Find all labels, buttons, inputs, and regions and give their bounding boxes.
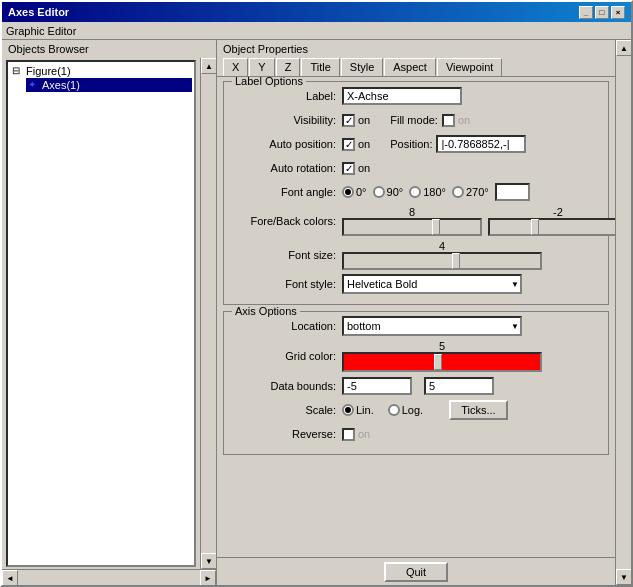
font-style-select-wrapper: Helvetica Bold Helvetica Times Bold Cour… — [342, 274, 522, 294]
scroll-track-v — [201, 74, 216, 553]
props-content: Label Options Label: Visibility: on Fil — [217, 76, 615, 557]
tree-item-figure[interactable]: ⊟ Figure(1) — [10, 64, 192, 78]
tab-aspect[interactable]: Aspect — [384, 58, 436, 76]
ticks-button[interactable]: Ticks... — [449, 400, 507, 420]
back-slider-track[interactable] — [488, 218, 615, 236]
grid-color-slider-track[interactable] — [342, 352, 542, 372]
reverse-row: Reverse: on — [232, 424, 600, 444]
auto-position-checkbox-label[interactable]: on — [342, 138, 370, 151]
tab-x[interactable]: X — [223, 58, 248, 76]
left-scrollbar: ▲ ▼ — [200, 58, 216, 569]
location-select[interactable]: bottom top left right — [342, 316, 522, 336]
auto-rotation-checkbox-label[interactable]: on — [342, 162, 370, 175]
angle-90-radio[interactable] — [373, 186, 385, 198]
auto-rotation-checkbox[interactable] — [342, 162, 355, 175]
auto-rotation-on-text: on — [358, 162, 370, 174]
tab-z[interactable]: Z — [276, 58, 301, 76]
bottom-bar: Quit — [217, 557, 615, 585]
angle-180-radio[interactable] — [409, 186, 421, 198]
data-bounds-row: Data bounds: — [232, 376, 600, 396]
tab-y[interactable]: Y — [249, 58, 274, 76]
fore-slider-container: 8 — [342, 206, 482, 236]
font-size-slider-track[interactable] — [342, 252, 542, 270]
fore-slider-value: 8 — [342, 206, 482, 218]
axis-options-title: Axis Options — [232, 305, 300, 317]
angle-0-radio[interactable] — [342, 186, 354, 198]
angle-180-label[interactable]: 180° — [409, 186, 446, 198]
grid-color-label: Grid color: — [232, 350, 342, 362]
menu-graphic-editor[interactable]: Graphic Editor — [6, 25, 76, 37]
tab-viewpoint[interactable]: Viewpoint — [437, 58, 503, 76]
font-size-row: Font size: 4 — [232, 240, 600, 270]
angle-270-radio[interactable] — [452, 186, 464, 198]
scroll-up-button[interactable]: ▲ — [201, 58, 216, 74]
menu-bar: Graphic Editor — [2, 22, 631, 40]
fill-mode-checkbox-label[interactable]: on — [442, 114, 470, 127]
location-label: Location: — [232, 320, 342, 332]
tree-item-axes[interactable]: ✦ Axes(1) — [26, 78, 192, 92]
fill-mode-label: Fill mode: — [390, 114, 438, 126]
tabs-row: X Y Z Title Style Aspect Viewpoint — [217, 55, 615, 76]
angle-90-label[interactable]: 90° — [373, 186, 404, 198]
fore-slider-track[interactable] — [342, 218, 482, 236]
scroll-left-button[interactable]: ◄ — [2, 570, 18, 585]
figure-label: Figure(1) — [26, 65, 71, 77]
font-angle-row: Font angle: 0° 90° — [232, 182, 600, 202]
minimize-button[interactable]: _ — [579, 6, 593, 19]
quit-button[interactable]: Quit — [384, 562, 448, 582]
scroll-right-button[interactable]: ► — [200, 570, 216, 585]
font-size-value: 4 — [342, 240, 542, 252]
fill-mode-checkbox[interactable] — [442, 114, 455, 127]
axes-label: Axes(1) — [42, 79, 80, 91]
fore-slider-thumb[interactable] — [432, 219, 440, 235]
main-area: Objects Browser ⊟ Figure(1) ✦ Axes(1) ▲ … — [2, 40, 631, 585]
scale-log-label[interactable]: Log. — [388, 404, 423, 416]
fore-back-label: Fore/Back colors: — [232, 215, 342, 227]
grid-color-slider-container: 5 — [342, 340, 542, 372]
object-properties-header: Object Properties — [217, 40, 615, 55]
data-bounds-min-input[interactable] — [342, 377, 412, 395]
fore-back-sliders: 8 -2 — [342, 206, 615, 236]
close-button[interactable]: × — [611, 6, 625, 19]
angle-0-text: 0° — [356, 186, 367, 198]
scroll-down-button[interactable]: ▼ — [201, 553, 216, 569]
scale-lin-radio[interactable] — [342, 404, 354, 416]
grid-color-slider-thumb[interactable] — [434, 354, 442, 370]
scale-lin-label[interactable]: Lin. — [342, 404, 374, 416]
data-bounds-label: Data bounds: — [232, 380, 342, 392]
left-panel: Objects Browser ⊟ Figure(1) ✦ Axes(1) ▲ … — [2, 40, 217, 585]
label-field-label: Label: — [232, 90, 342, 102]
maximize-button[interactable]: □ — [595, 6, 609, 19]
auto-position-checkbox[interactable] — [342, 138, 355, 151]
data-bounds-max-input[interactable] — [424, 377, 494, 395]
angle-180-text: 180° — [423, 186, 446, 198]
position-input[interactable] — [436, 135, 526, 153]
angle-270-text: 270° — [466, 186, 489, 198]
angle-0-label[interactable]: 0° — [342, 186, 367, 198]
visibility-checkbox-label[interactable]: on — [342, 114, 370, 127]
scale-log-radio[interactable] — [388, 404, 400, 416]
font-angle-radio-group: 0° 90° 180° — [342, 183, 530, 201]
tab-style[interactable]: Style — [341, 58, 383, 76]
right-scroll-down-button[interactable]: ▼ — [616, 569, 631, 585]
label-input[interactable] — [342, 87, 462, 105]
tab-title[interactable]: Title — [301, 58, 339, 76]
font-style-label: Font style: — [232, 278, 342, 290]
font-angle-custom-input[interactable] — [495, 183, 530, 201]
reverse-checkbox-label[interactable]: on — [342, 428, 370, 441]
grid-color-row: Grid color: 5 — [232, 340, 600, 372]
font-size-slider-thumb[interactable] — [452, 253, 460, 269]
right-scroll-up-button[interactable]: ▲ — [616, 40, 631, 56]
visibility-checkbox[interactable] — [342, 114, 355, 127]
auto-position-on-text: on — [358, 138, 370, 150]
objects-browser[interactable]: ⊟ Figure(1) ✦ Axes(1) — [6, 60, 196, 567]
location-row: Location: bottom top left right — [232, 316, 600, 336]
font-style-select[interactable]: Helvetica Bold Helvetica Times Bold Cour… — [342, 274, 522, 294]
position-label: Position: — [390, 138, 432, 150]
location-select-wrapper: bottom top left right — [342, 316, 522, 336]
reverse-checkbox[interactable] — [342, 428, 355, 441]
visibility-on-text: on — [358, 114, 370, 126]
back-slider-thumb[interactable] — [531, 219, 539, 235]
visibility-row: Visibility: on Fill mode: on — [232, 110, 600, 130]
angle-270-label[interactable]: 270° — [452, 186, 489, 198]
